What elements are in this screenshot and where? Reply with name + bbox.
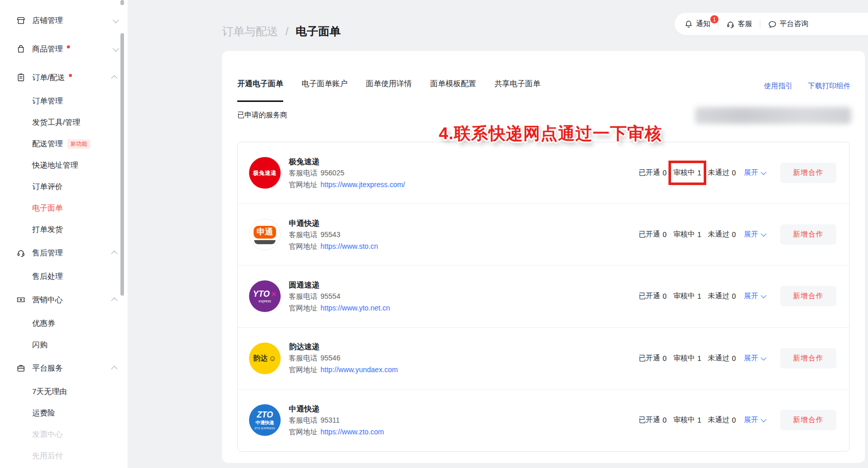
download-print-component-link[interactable]: 下载打印组件 bbox=[808, 82, 851, 91]
website-link[interactable]: https://www.yto.net.cn bbox=[320, 303, 390, 314]
provider-row-zto: ZTO 中通快递 ZTO EXPRESS 中通快递 客服电话95311 官网地址… bbox=[238, 389, 849, 451]
new-feature-badge: 新功能 bbox=[67, 139, 90, 149]
reviewing-label: 审核中 bbox=[673, 415, 695, 425]
website-link[interactable]: https://www.jtexpress.com/ bbox=[320, 179, 405, 190]
sidebar-item-product-management[interactable]: 商品管理 bbox=[0, 36, 128, 62]
sidebar-item-label: 发票中心 bbox=[32, 430, 63, 439]
sidebar-item-label: 先用后付 bbox=[32, 451, 63, 461]
yto-figure-mark: ✕ bbox=[270, 290, 277, 298]
chevron-down-icon bbox=[761, 169, 766, 175]
sidebar-item-order-delivery[interactable]: 订单/配送 bbox=[0, 65, 128, 90]
sidebar-item-ewaybill[interactable]: 电子面单 bbox=[0, 197, 128, 219]
add-cooperation-button[interactable]: 新增合作 bbox=[780, 348, 836, 369]
sidebar-scrollbar-stub[interactable] bbox=[120, 0, 124, 5]
notification-count-badge: 1 bbox=[710, 15, 719, 24]
opened-label: 已开通 bbox=[639, 415, 660, 425]
add-cooperation-button[interactable]: 新增合作 bbox=[780, 224, 836, 245]
sidebar-item-label: 闪购 bbox=[32, 340, 47, 350]
phone-label: 客服电话 bbox=[289, 168, 317, 178]
reviewing-label: 审核中 bbox=[673, 292, 695, 301]
add-cooperation-button[interactable]: 新增合作 bbox=[780, 163, 836, 183]
sidebar-item-invoice-center[interactable]: 发票中心 bbox=[0, 424, 128, 445]
chevron-up-icon bbox=[111, 75, 118, 82]
expand-toggle[interactable]: 展开 bbox=[744, 168, 765, 177]
sidebar-item-label: 打单发货 bbox=[32, 225, 63, 235]
sidebar-item-aftersale-processing[interactable]: 售后处理 bbox=[0, 266, 128, 287]
phone-label: 客服电话 bbox=[289, 229, 317, 240]
provider-stats: 已开通0 审核中1 未通过0 展开 新增合作 bbox=[639, 410, 836, 430]
expand-toggle[interactable]: 展开 bbox=[744, 415, 765, 425]
site-label: 官网地址 bbox=[289, 427, 317, 437]
page-title: 电子面单 bbox=[295, 25, 340, 38]
phone-label: 客服电话 bbox=[289, 291, 317, 302]
failed-count: 0 bbox=[732, 354, 736, 362]
sidebar-item-delivery-management[interactable]: 配送管理新功能 bbox=[0, 133, 128, 154]
expand-label: 展开 bbox=[744, 168, 758, 177]
phone-value: 95543 bbox=[320, 229, 340, 240]
tab-open-ewaybill[interactable]: 开通电子面单 bbox=[237, 79, 283, 102]
sidebar-item-label: 运费险 bbox=[32, 408, 55, 418]
sidebar-item-label: 快递地址管理 bbox=[32, 161, 78, 170]
sidebar-item-marketing-center[interactable]: 营销中心 bbox=[0, 287, 128, 313]
tab-waybill-usage[interactable]: 面单使用详情 bbox=[366, 79, 412, 102]
tab-ewaybill-account[interactable]: 电子面单账户 bbox=[302, 79, 348, 102]
sidebar-item-label: 订单/配送 bbox=[32, 73, 65, 83]
sidebar-item-use-first-pay-later[interactable]: 先用后付 bbox=[0, 445, 128, 466]
briefcase-icon bbox=[16, 363, 26, 373]
sidebar: 店铺管理 商品管理 订单/配送 订单管理 发货工具/管理 配送管理新功能 快递地… bbox=[0, 0, 128, 468]
sidebar-item-print-ship[interactable]: 打单发货 bbox=[0, 219, 128, 240]
breadcrumb-parent[interactable]: 订单与配送 bbox=[222, 25, 278, 38]
sidebar-item-order-review[interactable]: 订单评价 bbox=[0, 176, 128, 197]
headset-icon bbox=[16, 248, 26, 257]
provider-name: 圆通速递 bbox=[289, 279, 390, 290]
sidebar-item-shop-management[interactable]: 店铺管理 bbox=[0, 8, 128, 33]
chevron-down-icon bbox=[761, 417, 766, 422]
yto-express-logo: YTO✕ express bbox=[249, 280, 281, 312]
sidebar-item-label: 发货工具/管理 bbox=[32, 118, 80, 127]
main-card: 开通电子面单 电子面单账户 面单使用详情 面单模板配置 共享电子面单 使用指引 … bbox=[222, 51, 865, 463]
sidebar-item-platform-services[interactable]: 平台服务 bbox=[0, 355, 128, 381]
sidebar-item-order-management[interactable]: 订单管理 bbox=[0, 90, 128, 112]
customer-service-button[interactable]: 客服 bbox=[718, 19, 760, 29]
sidebar-item-label: 电子面单 bbox=[32, 203, 63, 213]
red-dot-indicator bbox=[69, 74, 72, 77]
reviewing-label: 审核中 bbox=[673, 230, 695, 239]
sidebar-item-7day-return[interactable]: 7天无理由 bbox=[0, 381, 128, 402]
sidebar-item-express-address[interactable]: 快递地址管理 bbox=[0, 154, 128, 176]
usage-guide-link[interactable]: 使用指引 bbox=[764, 82, 792, 91]
expand-toggle[interactable]: 展开 bbox=[744, 292, 765, 301]
add-cooperation-button[interactable]: 新增合作 bbox=[780, 286, 836, 306]
opened-count: 0 bbox=[663, 354, 667, 362]
platform-consult-button[interactable]: 平台咨询 bbox=[760, 19, 816, 29]
failed-label: 未通过 bbox=[708, 415, 729, 425]
add-cooperation-button[interactable]: 新增合作 bbox=[780, 410, 836, 430]
sidebar-item-aftersale-management[interactable]: 售后管理 bbox=[0, 240, 128, 266]
notifications-button[interactable]: 通知 1 bbox=[677, 19, 718, 29]
logo-swoosh bbox=[254, 240, 276, 244]
sidebar-item-freight-insurance[interactable]: 运费险 bbox=[0, 402, 128, 424]
sidebar-item-flash-sale[interactable]: 闪购 bbox=[0, 334, 128, 355]
opened-count: 0 bbox=[663, 416, 667, 424]
failed-count: 0 bbox=[732, 292, 736, 300]
site-label: 官网地址 bbox=[289, 241, 317, 252]
website-link[interactable]: https://www.sto.cn bbox=[320, 241, 378, 252]
sidebar-item-coupons[interactable]: 优惠券 bbox=[0, 313, 128, 334]
order-clipboard-icon bbox=[16, 73, 26, 82]
tab-waybill-template[interactable]: 面单模板配置 bbox=[430, 79, 476, 102]
tab-shared-ewaybill[interactable]: 共享电子面单 bbox=[494, 79, 540, 102]
sidebar-item-shipping-tools[interactable]: 发货工具/管理 bbox=[0, 112, 128, 133]
failed-count: 0 bbox=[732, 416, 736, 424]
logo-text: ZTO bbox=[257, 411, 273, 419]
expand-toggle[interactable]: 展开 bbox=[744, 354, 765, 363]
sidebar-item-label: 订单管理 bbox=[32, 96, 63, 106]
failed-label: 未通过 bbox=[708, 230, 729, 239]
expand-toggle[interactable]: 展开 bbox=[744, 230, 765, 239]
sidebar-scrollbar-thumb[interactable] bbox=[120, 33, 124, 296]
site-label: 官网地址 bbox=[289, 179, 317, 190]
website-link[interactable]: https://www.zto.com bbox=[320, 427, 384, 437]
website-link[interactable]: http://www.yundaex.com bbox=[320, 365, 398, 375]
provider-name: 中通快递 bbox=[289, 403, 384, 414]
storefront-icon bbox=[16, 16, 26, 25]
opened-count: 0 bbox=[663, 230, 667, 239]
provider-info: 中通快递 客服电话95311 官网地址https://www.zto.com bbox=[289, 403, 384, 437]
